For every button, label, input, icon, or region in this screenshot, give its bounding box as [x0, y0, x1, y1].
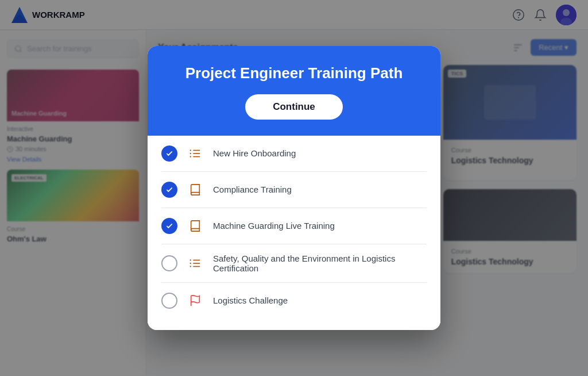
- modal: Project Engineer Training Path Continue …: [148, 46, 440, 329]
- flag-icon-5: [187, 292, 204, 309]
- check-circle-4: [161, 255, 177, 271]
- check-icon-3: [165, 222, 173, 230]
- training-label-2: Compliance Training: [213, 185, 427, 194]
- modal-overlay: Project Engineer Training Path Continue …: [0, 0, 588, 376]
- check-circle-2: [161, 182, 177, 198]
- check-circle-1: [161, 145, 177, 162]
- book-icon-3: [187, 217, 204, 235]
- training-label-3: Machine Guarding Live Training: [213, 221, 427, 231]
- check-icon-1: [165, 149, 173, 158]
- check-circle-5: [161, 293, 177, 309]
- training-items-container: New Hire Onboarding Compliance Training: [161, 136, 427, 319]
- training-label-1: New Hire Onboarding: [213, 148, 427, 158]
- modal-body: New Hire Onboarding Compliance Training: [148, 136, 440, 330]
- book-icon-2: [187, 181, 204, 198]
- training-item-3: Machine Guarding Live Training: [161, 208, 427, 244]
- modal-header: Project Engineer Training Path Continue: [148, 46, 440, 135]
- training-item-1: New Hire Onboarding: [161, 136, 427, 172]
- list-icon-4: [187, 255, 204, 272]
- continue-button[interactable]: Continue: [245, 94, 343, 120]
- modal-title: Project Engineer Training Path: [161, 64, 427, 82]
- training-label-5: Logistics Challenge: [213, 296, 427, 305]
- check-icon-2: [165, 186, 173, 194]
- check-circle-3: [161, 218, 177, 234]
- training-item-2: Compliance Training: [161, 172, 427, 208]
- list-icon-1: [187, 145, 204, 162]
- training-label-4: Safety, Quality and the Environment in L…: [213, 254, 427, 273]
- training-item-5: Logistics Challenge: [161, 283, 427, 319]
- training-item-4: Safety, Quality and the Environment in L…: [161, 244, 427, 283]
